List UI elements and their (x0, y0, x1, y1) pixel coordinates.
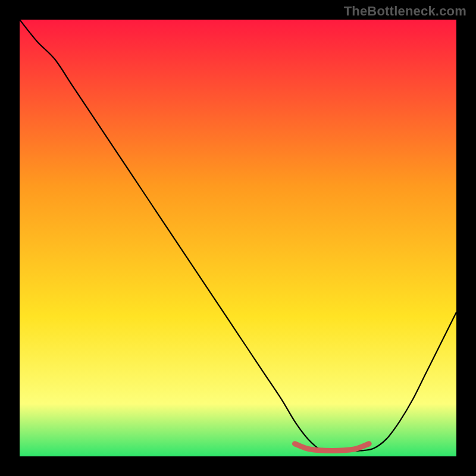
gradient-background (20, 20, 456, 456)
watermark-text: TheBottleneck.com (344, 4, 466, 19)
chart-frame: TheBottleneck.com (0, 0, 476, 476)
chart-svg (20, 20, 456, 456)
plot-area (20, 20, 456, 456)
